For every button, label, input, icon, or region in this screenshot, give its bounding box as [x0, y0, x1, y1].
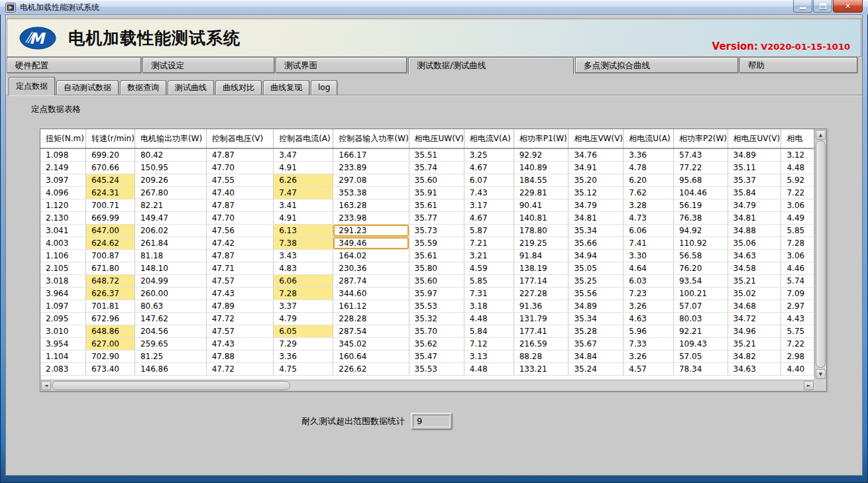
table-cell[interactable]: 4.48 — [781, 161, 814, 174]
table-cell[interactable]: 344.60 — [333, 287, 409, 299]
table-cell[interactable]: 35.32 — [409, 312, 464, 325]
table-cell[interactable]: 3.010 — [40, 325, 85, 337]
table-cell[interactable]: 4.003 — [40, 237, 85, 249]
table-cell[interactable]: 3.28 — [624, 199, 674, 211]
table-cell[interactable]: 47.70 — [206, 161, 274, 174]
table-cell[interactable]: 47.71 — [206, 262, 274, 274]
table-cell[interactable]: 34.81 — [728, 211, 781, 224]
table-cell[interactable]: 147.62 — [135, 312, 206, 325]
table-cell[interactable]: 161.12 — [333, 299, 409, 312]
table-cell[interactable]: 226.62 — [333, 362, 409, 375]
table-cell[interactable]: 133.21 — [514, 362, 569, 375]
table-cell[interactable]: 3.36 — [274, 350, 333, 362]
table-cell[interactable]: 5.87 — [464, 224, 514, 237]
table-cell[interactable]: 56.19 — [673, 199, 728, 211]
table-cell[interactable]: 94.92 — [673, 224, 728, 237]
table-cell[interactable]: 259.65 — [135, 337, 206, 350]
table-cell[interactable]: 76.20 — [673, 262, 728, 274]
table-cell[interactable]: 82.21 — [135, 199, 206, 211]
table-cell[interactable]: 110.92 — [673, 237, 728, 249]
table-cell[interactable]: 47.72 — [206, 312, 274, 325]
table-cell[interactable]: 647.00 — [85, 224, 135, 237]
table-cell[interactable]: 34.76 — [569, 148, 624, 161]
table-cell[interactable]: 80.42 — [135, 148, 206, 161]
table-cell[interactable]: 5.84 — [464, 325, 514, 337]
table-cell[interactable]: 35.11 — [728, 161, 781, 174]
table-cell[interactable]: 4.49 — [781, 211, 814, 224]
table-cell[interactable]: 34.63 — [728, 362, 781, 375]
table-cell[interactable]: 77.22 — [673, 161, 728, 174]
table-cell[interactable]: 34.72 — [728, 312, 781, 325]
table-cell[interactable]: 287.54 — [333, 325, 409, 337]
table-cell[interactable]: 150.95 — [135, 161, 206, 174]
table-cell[interactable]: 7.31 — [464, 287, 514, 299]
table-cell[interactable]: 35.28 — [569, 325, 624, 337]
table-cell[interactable]: 76.38 — [673, 211, 728, 224]
table-cell[interactable]: 57.05 — [673, 350, 728, 362]
table-cell[interactable]: 3.06 — [781, 199, 814, 211]
table-cell[interactable]: 47.42 — [206, 237, 274, 249]
table-cell[interactable]: 287.74 — [333, 274, 409, 287]
vertical-scrollbar[interactable]: ▲ ▼ — [814, 129, 826, 380]
table-cell[interactable]: 3.06 — [781, 249, 814, 262]
table-cell[interactable]: 34.82 — [728, 350, 781, 362]
table-cell[interactable]: 140.89 — [514, 161, 569, 174]
table-cell[interactable]: 260.00 — [135, 287, 206, 299]
table-cell[interactable]: 702.90 — [85, 350, 135, 362]
scroll-up-button[interactable]: ▲ — [816, 130, 826, 140]
table-cell[interactable]: 47.89 — [206, 299, 274, 312]
table-cell[interactable]: 80.63 — [135, 299, 206, 312]
table-cell[interactable]: 624.31 — [85, 186, 135, 199]
table-cell[interactable]: 34.68 — [728, 299, 781, 312]
table-cell[interactable]: 34.88 — [728, 224, 781, 237]
table-cell[interactable]: 624.62 — [85, 237, 135, 249]
table-cell[interactable]: 7.38 — [274, 237, 333, 249]
table-cell[interactable]: 4.67 — [464, 211, 514, 224]
table-cell[interactable]: 35.84 — [728, 186, 781, 199]
table-cell[interactable]: 146.86 — [135, 362, 206, 375]
table-cell[interactable]: 104.46 — [673, 186, 728, 199]
table-cell[interactable]: 34.89 — [569, 299, 624, 312]
table-cell[interactable]: 78.34 — [673, 362, 728, 375]
table-cell[interactable]: 140.81 — [514, 211, 569, 224]
horizontal-scrollbar-thumb[interactable] — [52, 381, 290, 390]
table-cell[interactable]: 5.92 — [781, 174, 814, 186]
table-cell[interactable]: 2.98 — [781, 350, 814, 362]
table-cell[interactable]: 166.17 — [333, 148, 409, 161]
table-cell[interactable]: 4.46 — [781, 262, 814, 274]
table-cell[interactable]: 35.02 — [728, 287, 781, 299]
table-cell[interactable]: 669.99 — [85, 211, 135, 224]
table-cell[interactable]: 2.149 — [40, 161, 85, 174]
table-cell[interactable]: 3.43 — [274, 249, 333, 262]
sub-tab-5[interactable]: 曲线复现 — [263, 80, 309, 95]
table-cell[interactable]: 47.70 — [206, 211, 274, 224]
table-cell[interactable]: 626.37 — [85, 287, 135, 299]
table-cell[interactable]: 34.96 — [728, 325, 781, 337]
table-cell[interactable]: 91.84 — [514, 249, 569, 262]
table-cell[interactable]: 267.80 — [135, 186, 206, 199]
table-cell[interactable]: 1.098 — [40, 148, 85, 161]
table-cell[interactable]: 35.62 — [409, 337, 464, 350]
table-cell[interactable]: 4.40 — [781, 362, 814, 375]
table-cell[interactable]: 3.18 — [464, 299, 514, 312]
table-cell[interactable]: 3.37 — [274, 299, 333, 312]
table-cell[interactable]: 1.106 — [40, 249, 85, 262]
table-cell[interactable]: 35.06 — [728, 237, 781, 249]
table-cell[interactable]: 7.33 — [624, 337, 674, 350]
maximize-button[interactable] — [813, 0, 832, 13]
table-cell[interactable]: 177.41 — [514, 325, 569, 337]
table-cell[interactable]: 701.81 — [85, 299, 135, 312]
table-cell[interactable]: 34.58 — [728, 262, 781, 274]
horizontal-scrollbar[interactable]: ◄ ► — [40, 380, 814, 391]
table-cell[interactable]: 216.59 — [514, 337, 569, 350]
table-cell[interactable]: 345.02 — [333, 337, 409, 350]
table-cell[interactable]: 47.88 — [206, 350, 274, 362]
table-cell[interactable]: 163.28 — [333, 199, 409, 211]
table-cell[interactable]: 297.08 — [333, 174, 409, 186]
close-button[interactable]: ✕ — [833, 0, 863, 13]
table-cell[interactable]: 47.56 — [206, 224, 274, 237]
table-cell[interactable]: 184.55 — [514, 174, 569, 186]
table-cell[interactable]: 6.13 — [274, 224, 333, 237]
table-cell[interactable]: 138.19 — [514, 262, 569, 274]
table-cell[interactable]: 3.25 — [464, 148, 514, 161]
